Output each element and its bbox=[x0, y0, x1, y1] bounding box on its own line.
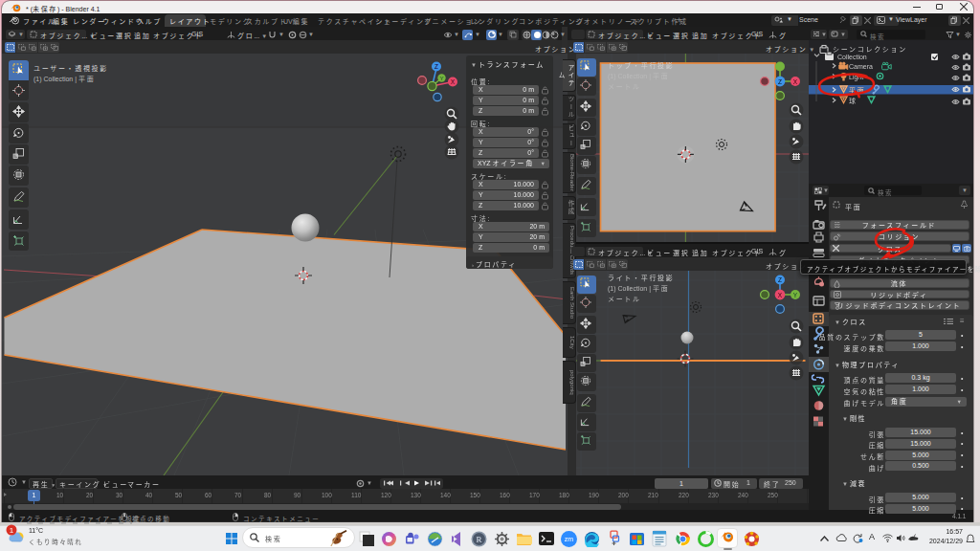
svg-text:Collection: Collection bbox=[837, 54, 867, 60]
svg-text:Z: Z bbox=[778, 78, 782, 85]
svg-text:X: X bbox=[451, 78, 456, 85]
svg-text:X: X bbox=[793, 78, 798, 85]
svg-text:Light: Light bbox=[849, 74, 863, 81]
svg-text:X: X bbox=[778, 292, 783, 298]
svg-text:Camera: Camera bbox=[849, 63, 873, 70]
svg-text:Y: Y bbox=[793, 292, 798, 298]
svg-text:シーンコレクション: シーンコレクション bbox=[833, 46, 907, 53]
svg-text:球: 球 bbox=[849, 97, 858, 104]
svg-text:R: R bbox=[476, 535, 481, 544]
svg-text:zm: zm bbox=[565, 536, 574, 542]
svg-text:1: 1 bbox=[10, 526, 14, 535]
svg-text:Z: Z bbox=[434, 63, 438, 70]
svg-text:Z: Z bbox=[778, 276, 782, 283]
svg-text:平面: 平面 bbox=[849, 87, 865, 95]
svg-text:Y: Y bbox=[439, 76, 443, 81]
